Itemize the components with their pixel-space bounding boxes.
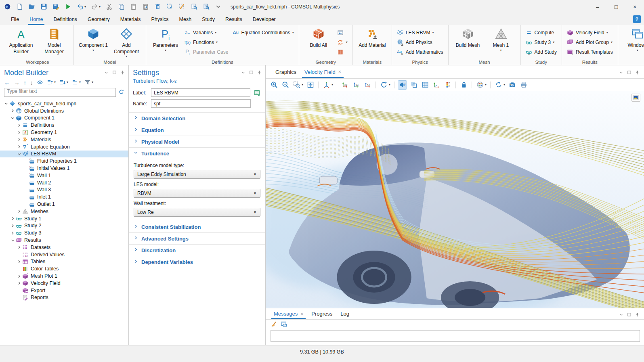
tree-item-global-definitions[interactable]: Global Definitions [0,107,128,115]
panel-maximize-icon[interactable] [249,70,254,75]
expander-closed-icon[interactable] [16,281,22,285]
zoom-in-button[interactable] [270,81,278,89]
section-domain-selection[interactable]: Domain Selection [129,112,265,124]
variables-button[interactable]: a=Variables▾ [183,29,229,37]
zoom-extents-button[interactable] [306,81,315,89]
scene-light-button[interactable] [398,81,407,89]
lock-plot-button[interactable] [459,81,468,89]
help-button[interactable]: ? [633,15,641,23]
panel-chevron-down-icon[interactable] [619,70,624,75]
panel-chevron-down-icon[interactable] [619,312,624,317]
undo-button[interactable]: ▾ [77,3,86,10]
save-file-button[interactable] [40,3,47,10]
add-material-button[interactable]: Add Material [357,26,388,59]
result-templates-button[interactable]: Result Templates [566,48,614,56]
panel-pin-icon[interactable] [120,70,125,75]
cut-button[interactable] [106,3,113,10]
panel-maximize-icon[interactable] [627,312,632,317]
tab-graphics[interactable]: Graphics [271,65,300,78]
menu-physics[interactable]: Physics [146,13,174,25]
open-file-button[interactable] [28,3,35,10]
expander-closed-icon[interactable] [10,224,15,228]
add-mathematics-button[interactable]: ΔuAdd Mathematics [396,48,445,56]
zoom-box-button[interactable]: ▾ [292,81,303,89]
tree-item-initial-values-1[interactable]: DInitial Values 1 [0,165,128,172]
tree-item-results[interactable]: Results [0,236,128,244]
messages-window-button[interactable] [281,321,287,329]
minimize-button[interactable]: – [588,0,607,13]
parameters-button[interactable]: PiParameters▾ [150,26,181,59]
tree-item-les-rbvm[interactable]: *LES RBVM [0,151,128,158]
view-yz-button[interactable]: yz [352,81,361,89]
add-physics-button[interactable]: Add Physics [396,38,445,46]
graphics-canvas[interactable] [266,91,644,308]
expander-closed-icon[interactable] [10,216,15,221]
tree-item-fluid-properties-1[interactable]: DFluid Properties 1 [0,157,128,165]
build-mesh-button[interactable]: Build Mesh [452,26,484,59]
tree-item-tables[interactable]: Tables [0,258,128,266]
color-legend-button[interactable] [443,81,452,89]
search-settings-button[interactable] [203,3,210,10]
zoom-out-button[interactable] [281,81,289,89]
section-turbulence[interactable]: Turbulence [129,147,265,159]
build-all-button[interactable]: Build All [303,26,334,59]
section-consistent-stabilization[interactable]: Consistent Stabilization [129,221,265,232]
panel-maximize-icon[interactable] [112,70,117,75]
view-xz-button[interactable]: xz [363,81,372,89]
transparency-button[interactable] [409,81,418,89]
menu-mesh[interactable]: Mesh [174,13,197,25]
name-input[interactable]: spf [151,99,251,108]
expander-open-icon[interactable] [16,152,22,156]
tree-item-derived-values[interactable]: 8.85e-12Derived Values [0,251,128,258]
expander-closed-icon[interactable] [16,209,22,213]
tree-item-sports-car-flow-field-mph[interactable]: sports_car_flow_field.mph [0,100,128,107]
comsol-logo-button[interactable] [4,3,11,10]
paste-duplicate-button[interactable] [142,3,149,10]
snapshot-button[interactable] [508,81,516,89]
select-objects-button[interactable] [166,3,173,10]
view-xy-button[interactable]: xy [341,81,349,89]
panel-maximize-icon[interactable] [627,70,632,75]
label-input[interactable]: LES RBVM [151,88,250,97]
menu-file[interactable]: File [6,13,24,25]
environment-button[interactable]: ▾ [494,81,505,89]
tree-item-geometry-1[interactable]: AGeometry 1 [0,129,128,136]
add-study-button[interactable]: Add Study [524,48,558,56]
tree-item-materials[interactable]: Materials [0,136,128,143]
tree-item-meshes[interactable]: Meshes [0,208,128,215]
windows-button[interactable]: Windows▾ [622,26,644,59]
rename-icon[interactable] [253,89,261,97]
close-tab-icon[interactable]: × [338,69,341,75]
plot-thumbnail-icon[interactable] [631,94,640,102]
tree-item-wall-1[interactable]: DWall 1 [0,172,128,179]
tree-item-definitions[interactable]: Definitions [0,121,128,129]
add-component-button[interactable]: Add Component▾ [111,26,142,59]
clear-messages-button[interactable] [271,321,277,329]
menu-home[interactable]: Home [24,13,48,25]
study-3-button[interactable]: Study 3▾ [524,38,558,46]
tree-item-outlet-1[interactable]: Outlet 1 [0,201,128,208]
menu-developer[interactable]: Developer [248,13,281,25]
model-manager-button[interactable]: Model Manager [38,26,70,59]
tree-item-velocity-field[interactable]: Velocity Field [0,280,128,287]
component-1-button[interactable]: Component 1▾ [78,26,109,59]
tree-item-mesh-plot-1[interactable]: *Mesh Plot 1 [0,272,128,280]
close-button[interactable]: × [625,0,644,13]
tree-item-study-1[interactable]: Study 1 [0,215,128,222]
turbulence-model-type-select[interactable]: Large Eddy Simulation▼ [134,170,260,179]
customize-toolbar-button[interactable] [215,3,222,10]
expander-closed-icon[interactable] [16,137,22,142]
new-file-button[interactable] [16,3,23,10]
virtual-operations-button[interactable] [336,48,349,56]
rebuild-loop-button[interactable]: ▾ [336,38,349,46]
tab-log[interactable]: Log [336,308,353,319]
tree-item-wall-3[interactable]: Wall 3 [0,186,128,194]
expander-closed-icon[interactable] [16,123,22,128]
redo-button[interactable]: ▾ [91,3,101,10]
expander-closed-icon[interactable] [16,259,22,264]
menu-geometry[interactable]: Geometry [82,13,115,25]
expand-all-button[interactable]: ▾ [47,79,56,86]
application-builder-button[interactable]: AApplication Builder [5,26,37,59]
menu-study[interactable]: Study [197,13,220,25]
copy-button[interactable] [118,3,125,10]
